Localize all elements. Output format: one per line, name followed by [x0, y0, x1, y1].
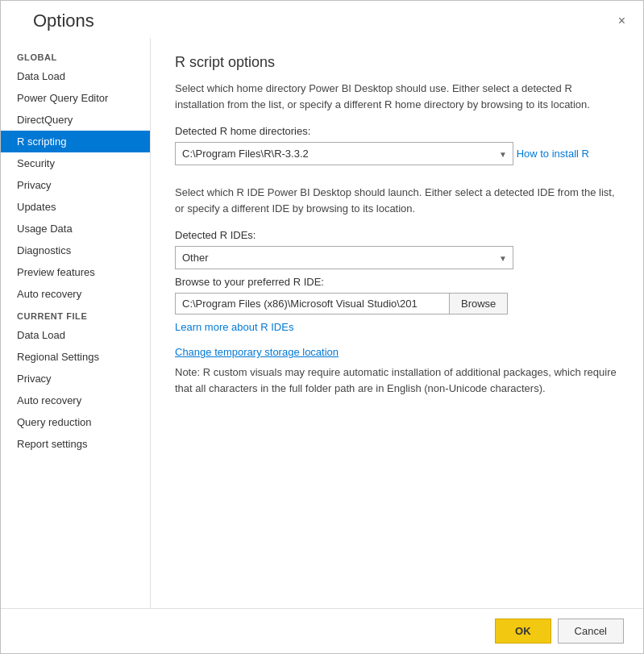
main-content: R script options Select which home direc…	[150, 38, 643, 608]
browse-path-input[interactable]	[175, 293, 449, 315]
sidebar: GLOBAL Data Load Power Query Editor Dire…	[1, 38, 150, 608]
detected-r-home-select[interactable]: C:\Program Files\R\R-3.3.2	[175, 142, 513, 165]
dialog-footer: OK Cancel	[1, 608, 643, 653]
sidebar-item-usage-data[interactable]: Usage Data	[1, 218, 150, 240]
sidebar-item-security[interactable]: Security	[1, 152, 150, 174]
browse-button[interactable]: Browse	[449, 293, 508, 315]
detected-r-ides-select[interactable]: Other	[175, 246, 513, 269]
dialog-body: GLOBAL Data Load Power Query Editor Dire…	[1, 38, 643, 608]
sidebar-item-cf-report-settings[interactable]: Report settings	[1, 433, 150, 455]
browse-row: Browse	[175, 293, 619, 315]
global-section-header: GLOBAL	[1, 46, 150, 65]
sidebar-item-privacy[interactable]: Privacy	[1, 174, 150, 196]
detected-r-ides-label: Detected R IDEs:	[175, 229, 619, 241]
sidebar-item-cf-data-load[interactable]: Data Load	[1, 324, 150, 346]
browse-label: Browse to your preferred R IDE:	[175, 276, 619, 288]
storage-section: Change temporary storage location Note: …	[175, 336, 619, 396]
sidebar-item-power-query-editor[interactable]: Power Query Editor	[1, 87, 150, 109]
how-to-install-r-link[interactable]: How to install R	[517, 148, 589, 160]
main-title: R script options	[175, 54, 619, 71]
sidebar-item-preview-features[interactable]: Preview features	[1, 261, 150, 283]
sidebar-item-data-load[interactable]: Data Load	[1, 65, 150, 87]
dialog-title: Options	[33, 10, 94, 31]
options-dialog: Options × GLOBAL Data Load Power Query E…	[0, 0, 644, 654]
separator	[175, 172, 619, 185]
description-r-home: Select which home directory Power BI Des…	[175, 81, 619, 112]
dialog-titlebar: Options ×	[1, 1, 643, 38]
sidebar-item-updates[interactable]: Updates	[1, 196, 150, 218]
sidebar-item-diagnostics[interactable]: Diagnostics	[1, 240, 150, 261]
description-r-ide: Select which R IDE Power BI Desktop shou…	[175, 185, 619, 216]
detected-r-home-wrapper: C:\Program Files\R\R-3.3.2 ▼	[175, 142, 513, 165]
ok-button[interactable]: OK	[495, 619, 551, 644]
learn-more-link[interactable]: Learn more about R IDEs	[175, 321, 293, 333]
sidebar-item-auto-recovery-global[interactable]: Auto recovery	[1, 283, 150, 305]
note-text: Note: R custom visuals may require autom…	[175, 364, 619, 396]
current-file-section-header: CURRENT FILE	[1, 305, 150, 324]
sidebar-item-r-scripting[interactable]: R scripting	[1, 131, 150, 152]
detected-r-ides-wrapper: Other ▼	[175, 246, 513, 269]
sidebar-item-cf-query-reduction[interactable]: Query reduction	[1, 411, 150, 433]
sidebar-item-cf-privacy[interactable]: Privacy	[1, 368, 150, 389]
sidebar-item-directquery[interactable]: DirectQuery	[1, 109, 150, 131]
change-storage-link[interactable]: Change temporary storage location	[175, 346, 339, 358]
close-button[interactable]: ×	[613, 11, 630, 31]
sidebar-item-cf-regional-settings[interactable]: Regional Settings	[1, 346, 150, 368]
detected-r-home-label: Detected R home directories:	[175, 125, 619, 137]
cancel-button[interactable]: Cancel	[558, 619, 624, 644]
sidebar-item-cf-auto-recovery[interactable]: Auto recovery	[1, 389, 150, 411]
